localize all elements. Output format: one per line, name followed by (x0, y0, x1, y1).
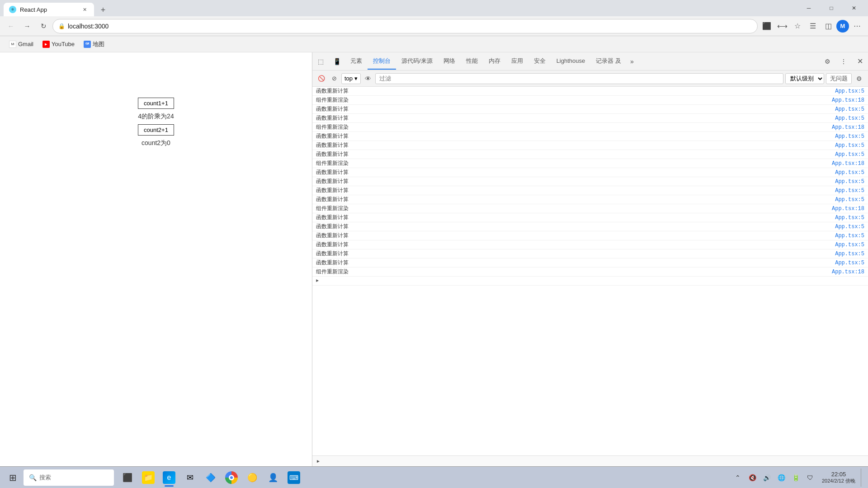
devtools-more-button[interactable]: ⋮ (835, 53, 852, 70)
tray-volume-icon[interactable]: 🔊 (760, 471, 773, 484)
log-link[interactable]: App.tsx:18 (832, 124, 864, 131)
log-link[interactable]: App.tsx:5 (835, 178, 864, 185)
devtools-tab-security[interactable]: 安全 (528, 53, 551, 70)
tray-chevron-icon[interactable]: ⌃ (731, 471, 744, 484)
refresh-button[interactable]: ↻ (36, 19, 51, 33)
log-link[interactable]: App.tsx:5 (835, 188, 864, 194)
taskbar-app-unknown1[interactable]: 🔷 (201, 468, 221, 488)
tray-battery-icon[interactable]: 🔋 (789, 471, 802, 484)
devtools-more-tabs-button[interactable]: » (627, 53, 637, 70)
log-link[interactable]: App.tsx:5 (835, 151, 864, 158)
taskbar-app-mail[interactable]: ✉ (180, 468, 200, 488)
tray-antivirus-icon[interactable]: 🛡 (804, 471, 816, 484)
devtools-tab-console[interactable]: 控制台 (368, 53, 396, 70)
devtools-tab-memory[interactable]: 内存 (483, 53, 506, 70)
devtools-tab-sources[interactable]: 源代码/来源 (396, 53, 438, 70)
main-area: count1+1 4的阶乘为24 count2+1 count2为0 ⬚ 📱 元… (0, 52, 868, 466)
devtools-inspect-button[interactable]: ⬚ (312, 53, 329, 70)
devtools-tab-lighthouse[interactable]: Lighthouse (551, 53, 591, 70)
tab-close-button[interactable]: ✕ (80, 5, 89, 14)
devtools-tab-network[interactable]: 网络 (438, 53, 461, 70)
taskbar-app-explorer[interactable]: 📁 (138, 468, 158, 488)
log-link[interactable]: App.tsx:5 (835, 260, 864, 266)
devtools-device-button[interactable]: 📱 (329, 53, 345, 70)
console-clear-button[interactable]: 🚫 (316, 73, 327, 84)
start-button[interactable]: ⊞ (4, 469, 22, 487)
search-icon: 🔍 (29, 474, 37, 481)
log-text: 函数重新计算 (316, 187, 835, 194)
log-link[interactable]: App.tsx:18 (832, 160, 864, 167)
devtools-close-button[interactable]: ✕ (852, 53, 868, 70)
bookmark-youtube[interactable]: YouTube (39, 39, 78, 50)
translate-button[interactable]: ⟷ (775, 19, 789, 33)
profile-button[interactable]: M (836, 20, 849, 33)
system-clock[interactable]: 22:05 2024/2/12 傍晚 (818, 471, 859, 484)
tray-network-icon[interactable]: 🌐 (775, 471, 788, 484)
log-link[interactable]: App.tsx:5 (835, 197, 864, 203)
devtools-tab-performance[interactable]: 性能 (461, 53, 483, 70)
log-link[interactable]: App.tsx:5 (835, 133, 864, 140)
log-text: 函数重新计算 (316, 141, 835, 149)
console-issues-button[interactable]: 无问题 (826, 73, 852, 84)
console-filter-input[interactable] (375, 73, 783, 84)
clock-time: 22:05 (831, 471, 846, 478)
taskbar-app-edge[interactable]: e (159, 468, 179, 488)
menu-button[interactable]: ⋯ (850, 19, 864, 33)
console-filter-button[interactable]: ⊘ (329, 73, 340, 84)
sidebar-button[interactable]: ◫ (821, 19, 835, 33)
log-text: 函数重新计算 (316, 214, 835, 221)
devtools-settings-button[interactable]: ⚙ (819, 53, 835, 70)
log-link[interactable]: App.tsx:5 (835, 215, 864, 221)
devtools-tab-application[interactable]: 应用 (506, 53, 528, 70)
log-text: 函数重新计算 (316, 87, 835, 95)
log-link[interactable]: App.tsx:5 (835, 169, 864, 176)
taskbar-search[interactable]: 🔍 搜索 (24, 469, 114, 486)
count2-button[interactable]: count2+1 (138, 124, 174, 136)
tray-mute-icon[interactable]: 🔇 (746, 471, 759, 484)
devtools-tab-recorder[interactable]: 记录器 及 (590, 53, 627, 70)
maximize-button[interactable]: □ (821, 0, 842, 16)
log-link[interactable]: App.tsx:5 (835, 242, 864, 248)
console-settings-button[interactable]: ⚙ (854, 73, 864, 84)
log-link[interactable]: App.tsx:18 (832, 269, 864, 275)
taskbar-app-task-view[interactable]: ⬛ (118, 468, 137, 488)
log-link[interactable]: App.tsx:5 (835, 224, 864, 230)
console-eye-button[interactable]: 👁 (363, 73, 373, 84)
context-selector[interactable]: top ▾ (341, 73, 361, 84)
address-bar[interactable]: 🔒 localhost:3000 (52, 19, 758, 33)
bookmark-gmail[interactable]: M Gmail (5, 39, 37, 50)
expand-arrow-icon[interactable]: ► (316, 278, 323, 283)
new-tab-button[interactable]: + (97, 4, 109, 16)
close-button[interactable]: ✕ (844, 0, 864, 16)
log-link[interactable]: App.tsx:5 (835, 251, 864, 257)
log-link[interactable]: App.tsx:18 (832, 206, 864, 212)
devtools-tab-elements[interactable]: 元素 (345, 53, 368, 70)
show-desktop-button[interactable] (861, 469, 864, 487)
log-link[interactable]: App.tsx:5 (835, 142, 864, 149)
bookmark-maps[interactable]: 🗺 地图 (80, 38, 108, 50)
log-link[interactable]: App.tsx:5 (835, 88, 864, 94)
favorite-button[interactable]: ☆ (790, 19, 805, 33)
forward-button[interactable]: → (20, 19, 34, 33)
count1-button[interactable]: count1+1 (138, 98, 174, 109)
log-text: 函数重新计算 (316, 259, 835, 267)
taskbar-app-user[interactable]: 👤 (263, 468, 283, 488)
taskbar-app-vscode[interactable]: ⌨ (284, 468, 304, 488)
console-expand-arrow[interactable]: ► (316, 459, 323, 464)
browser-tab-react[interactable]: ⚛ React App ✕ (4, 3, 94, 16)
taskbar-app-unknown2[interactable]: 🟡 (242, 468, 262, 488)
log-link[interactable]: App.tsx:5 (835, 115, 864, 122)
back-button[interactable]: ← (4, 19, 18, 33)
console-level-selector[interactable]: 默认级别 (785, 73, 824, 84)
nav-bar: ← → ↻ 🔒 localhost:3000 ⬛ ⟷ ☆ ☰ ◫ M ⋯ (0, 16, 868, 36)
log-link[interactable]: App.tsx:5 (835, 106, 864, 113)
log-text: 函数重新计算 (316, 178, 835, 185)
log-link[interactable]: App.tsx:18 (832, 97, 864, 103)
log-expand-row[interactable]: ► (312, 277, 868, 286)
extensions-button[interactable]: ⬛ (760, 19, 774, 33)
log-link[interactable]: App.tsx:5 (835, 233, 864, 239)
minimize-button[interactable]: ─ (798, 0, 819, 16)
taskbar-app-chrome[interactable] (222, 468, 241, 488)
app1-icon: 🔷 (204, 471, 217, 484)
collections-button[interactable]: ☰ (806, 19, 820, 33)
